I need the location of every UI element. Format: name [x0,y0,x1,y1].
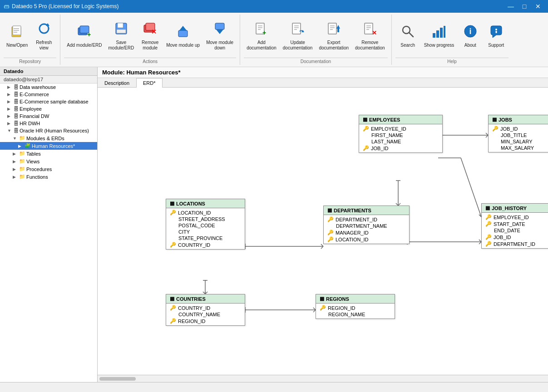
show-progress-icon [432,24,446,41]
field-street-address: STREET_ADDRESS [166,216,245,222]
sidebar-item-procedures[interactable]: ▶ 📁 Procedures [0,165,97,173]
toolbar-group-documentation: + Adddocumentation Updatedocumentation [240,15,391,65]
maximize-button[interactable]: □ [518,0,531,13]
expand-arrow: ▶ [7,99,13,104]
tab-description[interactable]: Description [98,78,136,88]
remove-documentation-icon: ✕ [363,21,377,38]
update-documentation-button[interactable]: Updatedocumentation [280,18,316,54]
erd-canvas[interactable]: ▦ EMPLOYEES 🔑 EMPLOYEE_ID FIRST_NAME LAS… [98,88,548,375]
erd-table-regions[interactable]: ▦ REGIONS 🔑 REGION_ID REGION_NAME [316,294,395,319]
sidebar-item-e-commerce-sample[interactable]: ▶ 🗄 E-Commerce sample database [0,98,97,105]
search-button[interactable]: Search [395,18,420,54]
field-end-date: END_DATE [482,227,548,234]
folder-icon: 📁 [19,158,25,164]
add-documentation-button[interactable]: + Adddocumentation [244,18,279,54]
erd-table-locations[interactable]: ▦ LOCATIONS 🔑 LOCATION_ID STREET_ADDRESS… [166,199,245,250]
field-job-id: 🔑 JOB_ID [359,145,442,152]
svg-rect-29 [440,28,443,38]
db-icon: 🗄 [14,84,19,90]
export-documentation-button[interactable]: Exportdocumentation [316,18,351,54]
move-module-up-button[interactable]: Move module up [163,18,202,54]
sidebar-item-views[interactable]: ▶ 📁 Views [0,157,97,165]
field-manager-id: 🔑 MANAGER_ID [324,229,409,236]
refresh-view-button[interactable]: Refreshview [31,18,56,54]
field-name: EMPLOYEE_ID [371,126,406,132]
refresh-icon [37,21,51,38]
field-name: LAST_NAME [371,139,401,144]
erd-table-departments[interactable]: ▦ DEPARTMENTS 🔑 DEPARTMENT_ID DEPARTMENT… [323,206,410,244]
svg-marker-13 [179,26,187,30]
erd-table-jobs[interactable]: ▦ JOBS 🔑 JOB_ID JOB_TITLE MIN_SALARY [488,115,548,152]
field-name: LOCATION_ID [336,237,369,242]
add-module-erd-button[interactable]: + Add module/ERD [64,18,104,54]
svg-line-51 [321,246,323,249]
field-name: COUNTRY_NAME [178,312,220,317]
field-name: MANAGER_ID [336,230,369,235]
close-button[interactable]: ✕ [532,0,544,13]
sidebar-item-hr-dwh[interactable]: ▶ 🗄 HR DWH [0,120,97,127]
erd-table-job-history[interactable]: ▦ JOB_HISTORY 🔑 EMPLOYEE_ID 🔑 START_DATE… [481,203,548,249]
tab-erd[interactable]: ERD* [136,78,163,88]
content-area: Module: Human Resources* Description ERD… [98,67,548,382]
job-history-header: ▦ JOB_HISTORY [482,204,548,213]
sidebar-item-data-warehouse[interactable]: ▶ 🗄 Data warehouse [0,83,97,91]
show-progress-button[interactable]: Show progress [421,18,457,54]
sidebar-item-modules-erds[interactable]: ▼ 📁 Modules & ERDs [0,134,97,142]
sidebar-item-tables[interactable]: ▶ 📁 Tables [0,150,97,157]
svg-rect-20 [328,23,336,34]
countries-header: ▦ COUNTRIES [166,294,245,304]
sidebar-item-label: Functions [26,174,48,180]
scrollbar-thumb[interactable] [99,377,136,381]
support-button[interactable]: Support [484,18,509,54]
field-name: REGION_ID [178,318,206,324]
field-region-id: 🔑 REGION_ID [316,304,395,311]
sidebar-item-label: Employee [20,106,42,112]
search-label: Search [400,43,415,48]
field-department-name: DEPARTMENT_NAME [324,223,409,229]
remove-module-button[interactable]: ✕ Removemodule [138,18,163,54]
sidebar-item-employee[interactable]: ▶ 🗄 Employee [0,105,97,113]
fk-icon: 🔑 [170,318,176,324]
svg-rect-34 [495,31,497,33]
move-module-up-label: Move module up [166,43,200,48]
svg-rect-12 [178,30,188,37]
table-icon: ▦ [170,201,174,206]
erd-table-employees[interactable]: ▦ EMPLOYEES 🔑 EMPLOYEE_ID FIRST_NAME LAS… [359,115,443,153]
about-button[interactable]: i About [458,18,483,54]
remove-documentation-button[interactable]: ✕ Removedocumentation [352,18,388,54]
svg-text:+: + [87,31,91,38]
refresh-view-label: Refreshview [36,40,52,51]
svg-text:+: + [262,29,266,36]
sidebar-item-functions[interactable]: ▶ 📁 Functions [0,173,97,181]
erd-table-countries[interactable]: ▦ COUNTRIES 🔑 COUNTRY_ID COUNTRY_NAME 🔑 … [166,294,245,326]
move-module-down-button[interactable]: Move moduledown [203,18,236,54]
move-module-up-icon [176,24,190,41]
titlebar: 🗃 Dataedo 5 Pro (Licensed for Logic Syst… [0,0,548,13]
field-name: STATE_PROVINCE [178,235,222,241]
field-min-salary: MIN_SALARY [489,138,548,145]
new-open-button[interactable]: New/Open [4,18,30,54]
sidebar-item-oracle-hr[interactable]: ▼ 🗄 Oracle HR (Human Resources) [0,127,97,134]
save-module-erd-button[interactable]: Savemodule/ERD [106,18,137,54]
field-country-name: COUNTRY_NAME [166,311,245,318]
table-name: EMPLOYEES [369,117,400,122]
add-module-erd-icon: + [77,24,92,41]
db-icon: 🗄 [14,92,19,97]
sidebar-item-label: Oracle HR (Human Resources) [20,128,89,133]
documentation-group-label: Documentation [244,58,387,65]
sidebar-item-financial-dw[interactable]: ▶ 🗄 Financial DW [0,113,97,120]
table-name: LOCATIONS [176,201,205,206]
key-icon: 🔑 [170,210,176,216]
horizontal-scrollbar[interactable] [98,375,548,382]
repo-label: dataedo@lsrep17 [0,76,97,83]
expand-arrow: ▼ [13,136,18,141]
field-last-name: LAST_NAME [359,138,442,145]
sidebar-item-human-resources[interactable]: ▶ 🧩 Human Resources* [0,142,97,150]
field-name: DEPARTMENT_ID [336,217,377,222]
field-max-salary: MAX_SALARY [489,145,548,151]
sidebar-item-e-commerce[interactable]: ▶ 🗄 E-Commerce [0,91,97,98]
field-name: LOCATION_ID [178,210,211,216]
expand-arrow: ▶ [13,175,18,179]
minimize-button[interactable]: — [504,0,517,13]
table-name: DEPARTMENTS [334,208,371,213]
